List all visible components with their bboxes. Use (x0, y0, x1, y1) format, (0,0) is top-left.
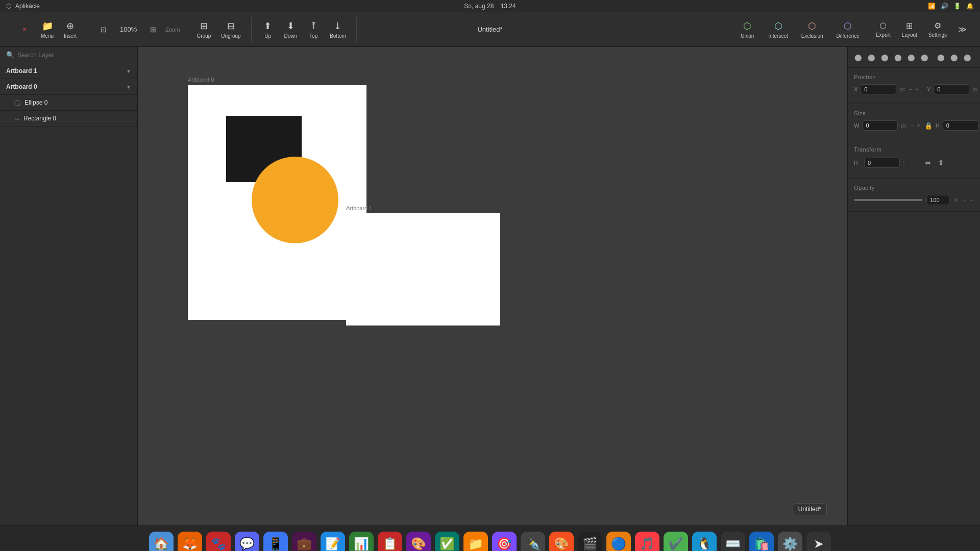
difference-btn[interactable]: ⬡ Difference (831, 17, 865, 42)
terminal-icon: ⌨️ (725, 537, 741, 551)
newton-icon: 🎯 (497, 537, 512, 551)
y-label: Y (927, 86, 930, 92)
dock-color[interactable]: 🎨 (406, 532, 431, 552)
main-layout: 🔍 Artboard 1 ▼ Artboard 0 ▼ ◯ Ellipse 0 … (0, 47, 980, 525)
opacity-minus-btn[interactable]: − (962, 197, 967, 203)
app-name: Aplikácie (15, 3, 40, 10)
dock-finder[interactable]: 🏠 (149, 532, 174, 552)
x-input[interactable] (861, 84, 896, 94)
settings-btn[interactable]: ⚙ Settings (923, 18, 952, 41)
align-middle-v-btn[interactable]: ⬤ (905, 51, 917, 63)
dock-arch[interactable]: 🐧 (692, 532, 717, 552)
dock-ticktick[interactable]: ✔️ (664, 532, 688, 552)
insert-btn[interactable]: ⊕ Insert (60, 17, 81, 42)
w-minus-btn[interactable]: − (910, 122, 915, 129)
close-btn[interactable]: ✕ (14, 23, 35, 35)
exclusion-btn[interactable]: ⬡ Exclusion (796, 17, 828, 42)
up-btn[interactable]: ⬆ Up (258, 17, 278, 42)
dock-newton[interactable]: 🎯 (492, 532, 517, 552)
right-panel: ⬤ ⬤ ⬤ ⬤ ⬤ ⬤ ⬤ ⬤ ⬤ Position X px − + Y (847, 47, 980, 525)
x-minus-btn[interactable]: − (908, 86, 913, 92)
intersect-btn[interactable]: ⬡ Intersect (763, 17, 793, 42)
dock-folder[interactable]: 📁 (463, 532, 488, 552)
align-left-btn[interactable]: ⬤ (852, 51, 864, 63)
w-plus-btn[interactable]: + (916, 122, 921, 129)
dock-music[interactable]: 🎵 (635, 532, 659, 552)
finder-icon: 🏠 (154, 537, 169, 551)
h-input[interactable] (943, 120, 978, 131)
layer-ellipse-0[interactable]: ◯ Ellipse 0 (0, 95, 137, 111)
boolean-group: ⬡ Union ⬡ Intersect ⬡ Exclusion ⬡ Differ… (734, 17, 865, 42)
opacity-slider[interactable] (854, 199, 922, 201)
r-plus-btn[interactable]: + (914, 160, 919, 166)
dist-v-btn[interactable]: ⬤ (948, 51, 960, 63)
opacity-slider-fill (854, 199, 922, 201)
r-minus-btn[interactable]: − (908, 160, 913, 166)
r-input[interactable] (864, 158, 900, 168)
search-input[interactable] (17, 52, 131, 59)
dock-inkscape[interactable]: ✒️ (521, 532, 545, 552)
dock-davinci[interactable]: 🎬 (578, 532, 602, 552)
dock-signal[interactable]: 📱 (263, 532, 288, 552)
align-bottom-btn[interactable]: ⬤ (918, 51, 930, 63)
dist-h-btn[interactable]: ⬤ (935, 51, 947, 63)
impress-icon: 📋 (382, 537, 398, 551)
tasks-icon: ✅ (439, 537, 455, 551)
dock-arrow[interactable]: ➤ (806, 532, 831, 552)
zoom-fit-btn[interactable]: ⊞ (143, 22, 163, 37)
flip-vertical-btn[interactable]: ⇔ (935, 158, 947, 168)
r-unit: ° (903, 160, 905, 166)
slack-icon: 💼 (297, 537, 312, 551)
h-label: H (936, 122, 940, 129)
flip-horizontal-btn[interactable]: ⇔ (923, 157, 933, 169)
layer-rectangle-0[interactable]: ▭ Rectangle 0 (0, 111, 137, 127)
ungroup-btn[interactable]: ⊟ Ungroup (217, 17, 244, 42)
blender-icon: 🔵 (611, 537, 626, 551)
dock-discord[interactable]: 💬 (235, 532, 259, 552)
x-plus-btn[interactable]: + (914, 86, 919, 92)
dock-slack[interactable]: 💼 (292, 532, 316, 552)
export-icon: ⬡ (879, 21, 887, 31)
dock-blender[interactable]: 🔵 (606, 532, 631, 552)
dock-impress[interactable]: 📋 (378, 532, 402, 552)
opacity-input[interactable] (926, 195, 949, 205)
dock-calc[interactable]: 📊 (349, 532, 374, 552)
notification-icon: 🔔 (966, 3, 974, 10)
system-bar: ⬡ Aplikácie So, aug 28 13:24 📶 🔊 🔋 🔔 (0, 0, 980, 12)
dock-paw[interactable]: 🐾 (206, 532, 231, 552)
dock-store[interactable]: 🛍️ (749, 532, 774, 552)
dock-figma[interactable]: 🎨 (549, 532, 574, 552)
search-box: 🔍 (0, 47, 137, 63)
dock-firefox[interactable]: 🦊 (178, 532, 202, 552)
layer-artboard-1[interactable]: Artboard 1 ▼ (0, 63, 137, 79)
align-center-h-btn[interactable]: ⬤ (865, 51, 877, 63)
artboard-0-canvas[interactable] (188, 85, 366, 320)
top-btn[interactable]: ⤒ Top (303, 17, 324, 42)
arch-icon: 🐧 (697, 537, 712, 551)
expand-btn[interactable]: ≫ (953, 21, 972, 37)
union-btn[interactable]: ⬡ Union (734, 17, 760, 42)
zoom-group: ⊡ 100% 100% ⊞ Zoom (87, 22, 186, 37)
w-input[interactable] (862, 120, 898, 131)
down-btn[interactable]: ⬇ Down (280, 17, 302, 42)
align-top-btn[interactable]: ⬤ (892, 51, 904, 63)
align-right-btn[interactable]: ⬤ (878, 51, 891, 63)
artboard-1-canvas[interactable] (346, 213, 500, 325)
bottom-btn[interactable]: ⤓ Bottom (326, 17, 350, 42)
menu-btn[interactable]: 📁 Menu (37, 17, 58, 42)
lock-aspect-btn[interactable]: 🔒 (924, 122, 933, 130)
group-btn[interactable]: ⊞ Group (192, 17, 215, 42)
zoom-value-btn[interactable]: 100% 100% (116, 22, 141, 36)
layer-artboard-0[interactable]: Artboard 0 ▼ (0, 79, 137, 95)
dock-gnome[interactable]: ⚙️ (778, 532, 802, 552)
dock-tasks[interactable]: ✅ (435, 532, 459, 552)
dist-equal-btn[interactable]: ⬤ (961, 51, 973, 63)
zoom-out-btn[interactable]: ⊡ (93, 22, 114, 37)
export-btn[interactable]: ⬡ Export (871, 18, 896, 41)
y-input[interactable] (934, 84, 969, 94)
opacity-plus-btn[interactable]: + (969, 197, 974, 203)
dock-writer[interactable]: 📝 (321, 532, 345, 552)
dock-terminal[interactable]: ⌨️ (721, 532, 745, 552)
layout-btn[interactable]: ⊞ Layout (897, 18, 922, 41)
canvas-area[interactable]: Artboard 0 Artboard 1 (138, 47, 847, 525)
